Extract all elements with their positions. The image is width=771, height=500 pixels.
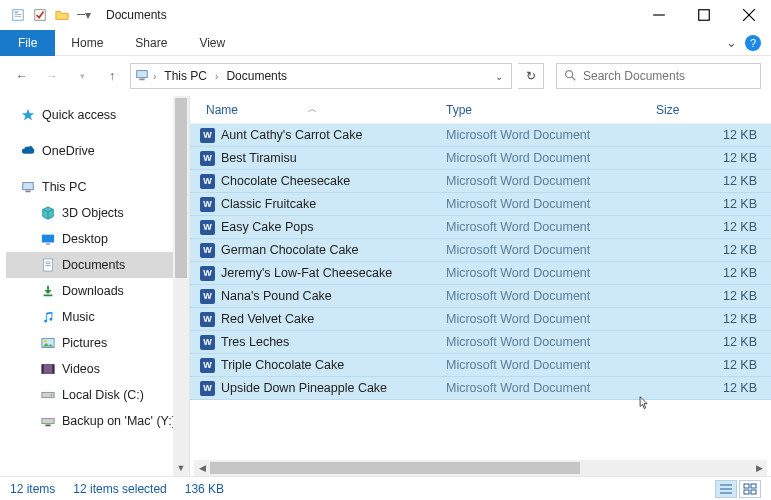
search-icon	[563, 68, 577, 85]
file-type: Microsoft Word Document	[440, 335, 650, 349]
breadcrumb-documents[interactable]: Documents	[222, 69, 291, 83]
sidebar-scrollbar[interactable]: ▲ ▼	[173, 96, 189, 476]
checkbox-icon[interactable]	[30, 5, 50, 25]
svg-rect-18	[45, 262, 50, 263]
svg-point-11	[566, 70, 573, 77]
file-name: Easy Cake Pops	[221, 220, 313, 234]
tab-share[interactable]: Share	[119, 30, 183, 56]
table-row[interactable]: WRed Velvet CakeMicrosoft Word Document1…	[190, 308, 771, 331]
sidebar-item-downloads[interactable]: Downloads	[6, 278, 187, 304]
table-row[interactable]: WEasy Cake PopsMicrosoft Word Document12…	[190, 216, 771, 239]
refresh-button[interactable]: ↻	[518, 63, 544, 89]
sidebar-item-local-disk[interactable]: Local Disk (C:)	[6, 382, 187, 408]
sidebar-item-3d-objects[interactable]: 3D Objects	[6, 200, 187, 226]
scroll-right-icon[interactable]: ▶	[751, 460, 767, 476]
forward-button[interactable]: →	[40, 64, 64, 88]
up-button[interactable]: ↑	[100, 64, 124, 88]
table-row[interactable]: WJeremy's Low-Fat CheesecakeMicrosoft Wo…	[190, 262, 771, 285]
sidebar-item-desktop[interactable]: Desktop	[6, 226, 187, 252]
sidebar-item-this-pc[interactable]: This PC	[6, 174, 187, 200]
word-document-icon: W	[200, 312, 215, 327]
tab-home[interactable]: Home	[55, 30, 119, 56]
file-name: Red Velvet Cake	[221, 312, 314, 326]
table-row[interactable]: WTres LechesMicrosoft Word Document12 KB	[190, 331, 771, 354]
table-row[interactable]: WUpside Down Pineapple CakeMicrosoft Wor…	[190, 377, 771, 400]
word-document-icon: W	[200, 128, 215, 143]
network-drive-icon	[40, 413, 56, 429]
ribbon-collapse-icon[interactable]: ⌄	[726, 35, 737, 50]
column-header-name[interactable]: Name ︿	[190, 103, 440, 117]
table-row[interactable]: WAunt Cathy's Carrot CakeMicrosoft Word …	[190, 124, 771, 147]
file-name: Jeremy's Low-Fat Cheesecake	[221, 266, 392, 280]
view-details-button[interactable]	[715, 480, 737, 498]
help-icon[interactable]: ?	[745, 35, 761, 51]
qat-dropdown-icon[interactable]: ▾	[74, 5, 94, 25]
scrollbar-thumb[interactable]	[175, 98, 187, 278]
file-size: 12 KB	[650, 312, 771, 326]
table-row[interactable]: WTriple Chocolate CakeMicrosoft Word Doc…	[190, 354, 771, 377]
sidebar-item-backup-drive[interactable]: Backup on 'Mac' (Y:)	[6, 408, 187, 434]
file-name: Triple Chocolate Cake	[221, 358, 344, 372]
scrollbar-thumb[interactable]	[210, 462, 580, 474]
sidebar-item-documents[interactable]: Documents	[6, 252, 187, 278]
minimize-button[interactable]	[636, 0, 681, 30]
sidebar-item-label: 3D Objects	[62, 206, 124, 220]
breadcrumb-this-pc[interactable]: This PC	[160, 69, 211, 83]
horizontal-scrollbar[interactable]: ◀ ▶	[194, 460, 767, 476]
title-bar: ▾ Documents	[0, 0, 771, 30]
file-size: 12 KB	[650, 220, 771, 234]
tab-view[interactable]: View	[183, 30, 241, 56]
scroll-left-icon[interactable]: ◀	[194, 460, 210, 476]
scroll-down-icon[interactable]: ▼	[173, 460, 189, 476]
search-box[interactable]	[556, 63, 761, 89]
close-button[interactable]	[726, 0, 771, 30]
svg-point-23	[44, 340, 47, 343]
word-document-icon: W	[200, 151, 215, 166]
sidebar-item-onedrive[interactable]: OneDrive	[6, 138, 187, 164]
star-icon	[20, 107, 36, 123]
svg-rect-29	[42, 418, 54, 423]
file-tab[interactable]: File	[0, 30, 55, 56]
svg-rect-30	[45, 425, 50, 427]
sidebar-item-videos[interactable]: Videos	[6, 356, 187, 382]
sidebar-item-music[interactable]: Music	[6, 304, 187, 330]
table-row[interactable]: WBest TiramisuMicrosoft Word Document12 …	[190, 147, 771, 170]
word-document-icon: W	[200, 220, 215, 235]
sidebar-item-pictures[interactable]: Pictures	[6, 330, 187, 356]
word-document-icon: W	[200, 289, 215, 304]
table-row[interactable]: WGerman Chocolate CakeMicrosoft Word Doc…	[190, 239, 771, 262]
file-list[interactable]: WAunt Cathy's Carrot CakeMicrosoft Word …	[190, 124, 771, 458]
table-row[interactable]: WNana's Pound CakeMicrosoft Word Documen…	[190, 285, 771, 308]
chevron-right-icon[interactable]: ›	[153, 71, 156, 82]
chevron-right-icon[interactable]: ›	[215, 71, 218, 82]
svg-rect-26	[52, 365, 54, 374]
address-bar[interactable]: › This PC › Documents ⌄	[130, 63, 512, 89]
window-title: Documents	[106, 8, 167, 22]
view-thumbnails-button[interactable]	[739, 480, 761, 498]
file-name: Chocolate Cheesecake	[221, 174, 350, 188]
folder-icon[interactable]	[52, 5, 72, 25]
status-bar: 12 items 12 items selected 136 KB	[0, 476, 771, 500]
table-row[interactable]: WClassic FruitcakeMicrosoft Word Documen…	[190, 193, 771, 216]
body: Quick access OneDrive This PC 3D Objects…	[0, 96, 771, 476]
table-row[interactable]: WChocolate CheesecakeMicrosoft Word Docu…	[190, 170, 771, 193]
file-list-pane: Name ︿ Type Size WAunt Cathy's Carrot Ca…	[190, 96, 771, 476]
maximize-button[interactable]	[681, 0, 726, 30]
properties-icon[interactable]	[8, 5, 28, 25]
back-button[interactable]: ←	[10, 64, 34, 88]
column-header-size[interactable]: Size	[650, 103, 771, 117]
search-input[interactable]	[583, 69, 754, 83]
file-name: Classic Fruitcake	[221, 197, 316, 211]
document-icon	[40, 257, 56, 273]
sidebar-item-label: Pictures	[62, 336, 107, 350]
address-dropdown-icon[interactable]: ⌄	[491, 71, 507, 82]
svg-rect-9	[137, 70, 148, 77]
word-document-icon: W	[200, 335, 215, 350]
sidebar-item-quick-access[interactable]: Quick access	[6, 102, 187, 128]
status-size: 136 KB	[185, 482, 224, 496]
column-header-type[interactable]: Type	[440, 103, 650, 117]
file-size: 12 KB	[650, 289, 771, 303]
recent-dropdown-icon[interactable]: ▾	[70, 64, 94, 88]
video-icon	[40, 361, 56, 377]
svg-point-28	[51, 394, 53, 396]
